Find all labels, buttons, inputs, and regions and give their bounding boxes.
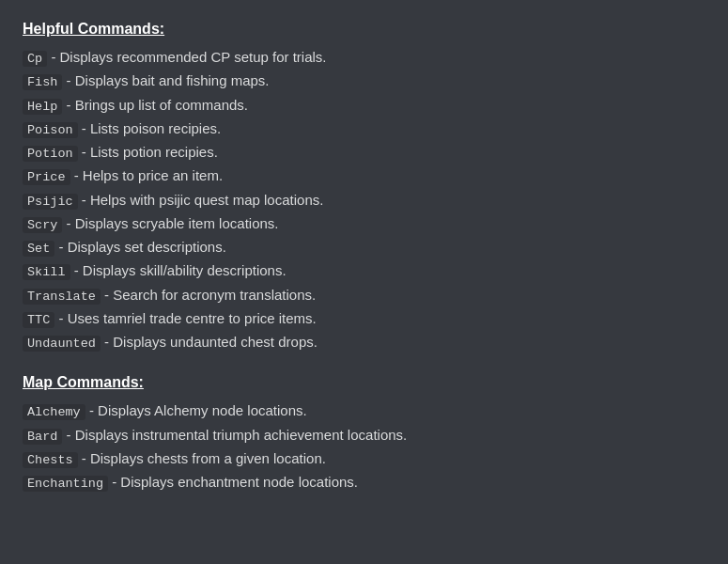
command-code: Undaunted [23,336,101,352]
command-code: Enchanting [23,476,108,492]
command-description: - Lists poison recipies. [82,120,221,136]
list-item: Price - Helps to price an item. [23,165,705,187]
command-code: Chests [23,452,78,468]
command-description: - Brings up list of commands. [67,97,248,113]
list-item: Cp - Displays recommended CP setup for t… [23,47,705,69]
map-commands-list: Alchemy - Displays Alchemy node location… [23,400,705,494]
command-code: Psijic [23,194,78,210]
command-description: - Uses tamriel trade centre to price ite… [58,310,316,326]
command-description: - Displays scryable item locations. [67,215,279,231]
command-code: Help [23,99,62,115]
command-description: - Displays instrumental triumph achievem… [67,427,408,443]
list-item: TTC - Uses tamriel trade centre to price… [23,308,705,330]
list-item: Set - Displays set descriptions. [23,237,705,258]
command-description: - Search for acronym translations. [104,287,316,303]
helpful-commands-title: Helpful Commands: [23,19,705,39]
command-description: - Displays skill/ability descriptions. [74,262,287,278]
list-item: Alchemy - Displays Alchemy node location… [23,400,705,422]
command-description: - Displays bait and fishing maps. [67,72,270,88]
command-description: - Displays Alchemy node locations. [89,402,307,418]
map-commands-title: Map Commands: [23,372,705,393]
command-description: - Displays enchantment node locations. [112,474,358,490]
list-item: Potion - Lists potion recipies. [23,142,705,164]
helpful-commands-list: Cp - Displays recommended CP setup for t… [23,47,705,353]
command-description: - Lists potion recipies. [82,144,218,160]
list-item: Undaunted - Displays undaunted chest dro… [23,332,705,353]
list-item: Chests - Displays chests from a given lo… [23,448,705,470]
list-item: Translate - Search for acronym translati… [23,285,705,306]
command-code: Price [23,169,70,185]
list-item: Fish - Displays bait and fishing maps. [23,70,705,92]
map-commands-section: Map Commands: Alchemy - Displays Alchemy… [23,372,705,494]
list-item: Bard - Displays instrumental triumph ach… [23,425,705,446]
command-code: Bard [23,429,62,445]
command-description: - Displays chests from a given location. [82,450,326,466]
command-code: Alchemy [23,404,85,420]
list-item: Poison - Lists poison recipies. [23,118,705,140]
command-description: - Displays set descriptions. [58,239,225,255]
command-code: Skill [23,264,70,280]
list-item: Enchanting - Displays enchantment node l… [23,472,705,494]
command-code: Cp [23,51,47,67]
command-code: Translate [23,289,101,305]
command-description: - Displays undaunted chest drops. [104,334,318,350]
command-code: Scry [23,217,62,233]
list-item: Psijic - Helps with psijic quest map loc… [23,190,705,212]
command-description: - Helps to price an item. [74,167,223,183]
command-description: - Displays recommended CP setup for tria… [51,49,326,65]
command-description: - Helps with psijic quest map locations. [82,192,324,208]
command-code: TTC [23,312,54,328]
command-code: Poison [23,122,78,138]
helpful-commands-section: Helpful Commands: Cp - Displays recommen… [23,19,705,353]
list-item: Scry - Displays scryable item locations. [23,213,705,235]
command-code: Set [23,241,54,257]
list-item: Skill - Displays skill/ability descripti… [23,260,705,282]
command-code: Fish [23,74,62,90]
command-code: Potion [23,146,78,162]
list-item: Help - Brings up list of commands. [23,95,705,117]
